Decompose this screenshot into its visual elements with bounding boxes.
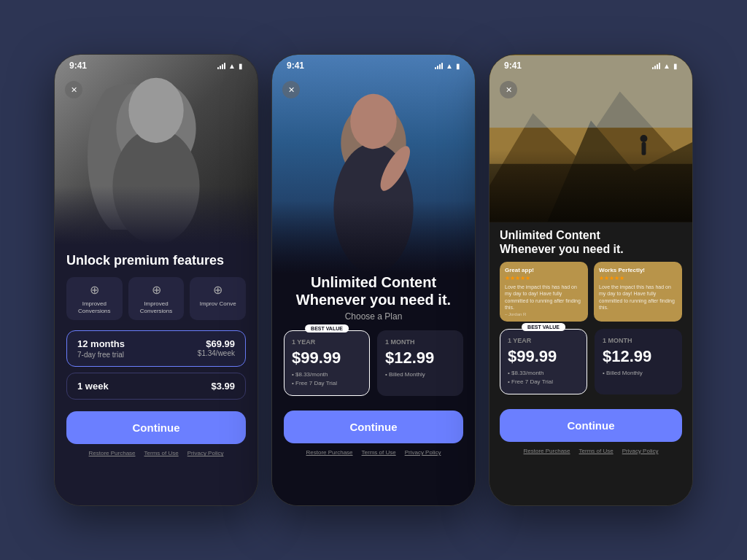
plan-period-month-3: 1 MONTH	[603, 337, 674, 344]
footer-3: Restore Purchase Terms of Use Privacy Po…	[500, 448, 682, 454]
plan-sub-12m: 7-day free trial	[77, 351, 125, 359]
review-card-1: Great app! ★★★★★ Love the impact this ha…	[500, 262, 588, 321]
phone-2: 9:41 ▲ ▮ ✕ Unlimited Content Whenever yo…	[271, 54, 476, 506]
status-icons-3: ▲ ▮	[652, 62, 678, 70]
wifi-icon-1: ▲	[228, 62, 236, 70]
feature-card-2: ⊕ Improved Conversions	[128, 277, 185, 320]
hero-image-1	[55, 55, 258, 244]
plan-period-year-2: 1 YEAR	[292, 338, 362, 346]
plan-big-price-month-2: $12.99	[385, 349, 455, 368]
status-time-2: 9:41	[287, 61, 304, 71]
signal-icon-3	[652, 62, 660, 69]
phone-3: 9:41 ▲ ▮	[489, 54, 693, 506]
footer-2: Restore Purchase Terms of Use Privacy Po…	[284, 449, 463, 456]
status-icons-1: ▲ ▮	[217, 62, 243, 70]
status-bar-3: 9:41 ▲ ▮	[489, 55, 692, 74]
plan-big-price-year-2: $99.99	[292, 349, 362, 368]
phone-3-title: Unlimited Content Whenever you need it.	[500, 228, 682, 256]
feature-label-1: Improved Conversions	[71, 300, 118, 314]
status-bar-2: 9:41 ▲ ▮	[272, 55, 475, 74]
feature-label-2: Improved Conversions	[133, 300, 180, 314]
signal-icon-2	[435, 62, 443, 69]
plan-year-3[interactable]: BEST VALUE 1 YEAR $99.99 $8.33/month Fre…	[500, 329, 587, 394]
close-button-1[interactable]: ✕	[65, 81, 82, 98]
plan-detail-year-3: $8.33/month Free 7 Day Trial	[508, 369, 579, 386]
plan-month-2[interactable]: 1 MONTH $12.99 Billed Monthly	[377, 330, 463, 396]
feature-icon-1: ⊕	[90, 283, 99, 297]
phones-container: 9:41 ▲ ▮ ✕ Unlock premium features ⊕	[39, 39, 708, 521]
features-row-1: ⊕ Improved Conversions ⊕ Improved Conver…	[66, 277, 246, 320]
continue-button-2[interactable]: Continue	[284, 411, 463, 443]
review-title-1: Great app!	[505, 267, 583, 273]
best-value-badge-3: BEST VALUE	[522, 323, 565, 331]
content-2: Unlimited Content Whenever you need it. …	[272, 273, 475, 505]
battery-icon-2: ▮	[456, 62, 460, 70]
plan-big-price-year-3: $99.99	[508, 347, 579, 366]
review-text-2: Love the impact this has had on my day t…	[599, 284, 677, 310]
continue-button-1[interactable]: Continue	[66, 411, 246, 444]
battery-icon-1: ▮	[239, 62, 243, 70]
svg-point-12	[640, 135, 648, 142]
continue-button-3[interactable]: Continue	[500, 409, 682, 442]
stars-2: ★★★★★	[599, 275, 677, 281]
plan-detail-month-3: Billed Monthly	[603, 369, 674, 378]
review-title-2: Works Perfectly!	[599, 267, 677, 273]
plan-detail-month-2: Billed Monthly	[385, 370, 455, 379]
status-icons-2: ▲ ▮	[435, 62, 460, 70]
plan-12months[interactable]: 12 months 7-day free trial $69.99 $1.34/…	[66, 330, 246, 367]
status-time-3: 9:41	[504, 61, 522, 71]
privacy-policy-3[interactable]: Privacy Policy	[622, 448, 659, 454]
phone-2-subtitle: Choose a Plan	[284, 311, 463, 322]
close-button-2[interactable]: ✕	[282, 81, 300, 98]
terms-of-use-3[interactable]: Terms of Use	[579, 448, 614, 454]
svg-point-1	[112, 128, 199, 244]
plan-price-sub-12m: $1.34/week	[198, 349, 235, 357]
plan-period-month-2: 1 MONTH	[385, 338, 455, 346]
plans-row-2: BEST VALUE 1 YEAR $99.99 $8.33/month Fre…	[284, 330, 463, 396]
restore-purchase-3[interactable]: Restore Purchase	[524, 448, 570, 454]
status-time-1: 9:41	[69, 61, 87, 71]
feature-card-1: ⊕ Improved Conversions	[66, 277, 123, 320]
restore-purchase-1[interactable]: Restore Purchase	[89, 450, 136, 456]
stars-1: ★★★★★	[505, 275, 583, 281]
svg-rect-11	[642, 142, 646, 155]
hero-image-3	[489, 55, 692, 222]
plan-big-price-month-3: $12.99	[603, 347, 674, 366]
plan-year-2[interactable]: BEST VALUE 1 YEAR $99.99 $8.33/month Fre…	[284, 330, 370, 396]
plan-period-year-3: 1 YEAR	[508, 337, 579, 344]
svg-point-2	[128, 78, 183, 143]
plan-month-3[interactable]: 1 MONTH $12.99 Billed Monthly	[595, 329, 682, 394]
plan-detail-year-2: $8.33/month Free 7 Day Trial	[292, 370, 362, 388]
plan-1week[interactable]: 1 week $3.99	[66, 373, 246, 400]
plan-price-12m: $69.99	[198, 338, 235, 349]
review-author-1: – Jordan R	[505, 312, 583, 316]
signal-icon-1	[217, 62, 225, 69]
hero-image-2	[272, 55, 475, 273]
svg-rect-13	[489, 164, 692, 222]
phone-1-title: Unlock premium features	[66, 253, 246, 268]
close-button-3[interactable]: ✕	[500, 81, 517, 98]
review-card-2: Works Perfectly! ★★★★★ Love the impact t…	[594, 262, 682, 321]
terms-of-use-1[interactable]: Terms of Use	[144, 450, 179, 456]
phone-1: 9:41 ▲ ▮ ✕ Unlock premium features ⊕	[54, 54, 258, 506]
plan-name-12m: 12 months	[77, 338, 125, 349]
plans-row-3: BEST VALUE 1 YEAR $99.99 $8.33/month Fre…	[500, 329, 682, 394]
plan-price-1w: $3.99	[211, 381, 235, 392]
privacy-policy-1[interactable]: Privacy Policy	[187, 450, 224, 456]
plan-name-1w: 1 week	[77, 381, 109, 392]
review-text-1: Love the impact this has had on my day t…	[505, 284, 583, 310]
best-value-badge-2: BEST VALUE	[305, 324, 349, 332]
status-bar-1: 9:41 ▲ ▮	[55, 55, 258, 74]
wifi-icon-2: ▲	[446, 62, 453, 70]
reviews-row-3: Great app! ★★★★★ Love the impact this ha…	[500, 262, 682, 321]
restore-purchase-2[interactable]: Restore Purchase	[306, 449, 353, 456]
content-3: Unlimited Content Whenever you need it. …	[489, 222, 692, 505]
wifi-icon-3: ▲	[663, 62, 670, 70]
feature-card-3: ⊕ Improv Conve	[190, 277, 246, 320]
phone-2-title: Unlimited Content Whenever you need it.	[284, 273, 463, 308]
feature-label-3: Improv Conve	[200, 300, 236, 308]
terms-of-use-2[interactable]: Terms of Use	[362, 449, 396, 456]
privacy-policy-2[interactable]: Privacy Policy	[405, 449, 441, 456]
feature-icon-2: ⊕	[152, 283, 161, 297]
footer-1: Restore Purchase Terms of Use Privacy Po…	[66, 450, 246, 456]
